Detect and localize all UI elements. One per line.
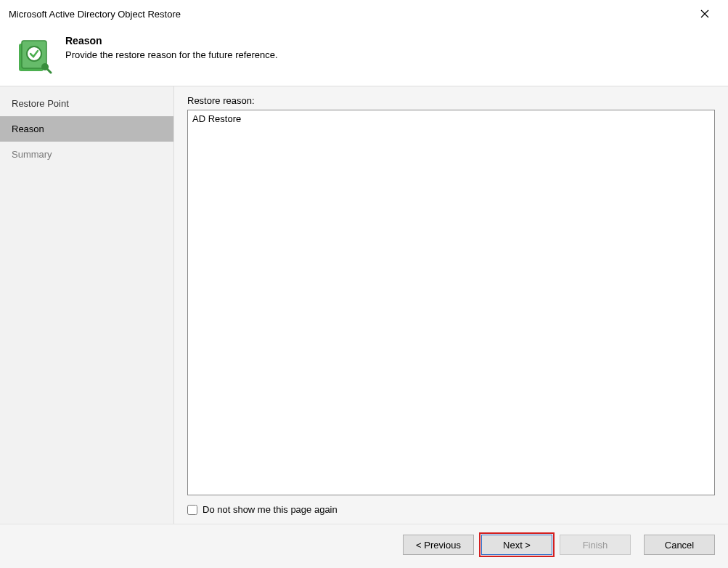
hide-page-checkbox-row[interactable]: Do not show me this page again	[187, 504, 715, 515]
header-subtext: Provide the restore reason for the futur…	[65, 49, 278, 60]
wizard-header: Reason Provide the restore reason for th…	[0, 28, 728, 86]
hide-page-checkbox-label: Do not show me this page again	[203, 504, 338, 515]
restore-icon	[15, 38, 52, 76]
svg-point-4	[27, 46, 41, 61]
reason-label: Restore reason:	[187, 95, 715, 106]
wizard-sidebar: Restore Point Reason Summary	[0, 86, 174, 524]
close-icon	[700, 9, 709, 18]
sidebar-item-summary[interactable]: Summary	[0, 142, 173, 167]
wizard-body: Restore Point Reason Summary Restore rea…	[0, 86, 728, 524]
finish-button[interactable]: Finish	[560, 535, 631, 555]
header-heading: Reason	[65, 35, 278, 46]
sidebar-item-label: Summary	[12, 149, 52, 160]
sidebar-item-label: Reason	[12, 123, 44, 134]
wizard-footer: < Previous Next > Finish Cancel	[0, 524, 728, 568]
sidebar-item-restore-point[interactable]: Restore Point	[0, 91, 173, 116]
cancel-button[interactable]: Cancel	[644, 535, 715, 555]
titlebar: Microsoft Active Directory Object Restor…	[0, 0, 728, 28]
header-text: Reason Provide the restore reason for th…	[65, 35, 278, 60]
sidebar-item-reason[interactable]: Reason	[0, 116, 173, 142]
close-button[interactable]	[690, 3, 719, 25]
hide-page-checkbox[interactable]	[187, 505, 197, 515]
wizard-main: Restore reason: Do not show me this page…	[174, 86, 728, 524]
reason-input[interactable]	[187, 110, 715, 495]
svg-line-6	[47, 69, 51, 73]
next-button[interactable]: Next >	[481, 535, 552, 555]
previous-button[interactable]: < Previous	[403, 535, 474, 555]
sidebar-item-label: Restore Point	[12, 98, 69, 109]
window-title: Microsoft Active Directory Object Restor…	[9, 9, 181, 20]
